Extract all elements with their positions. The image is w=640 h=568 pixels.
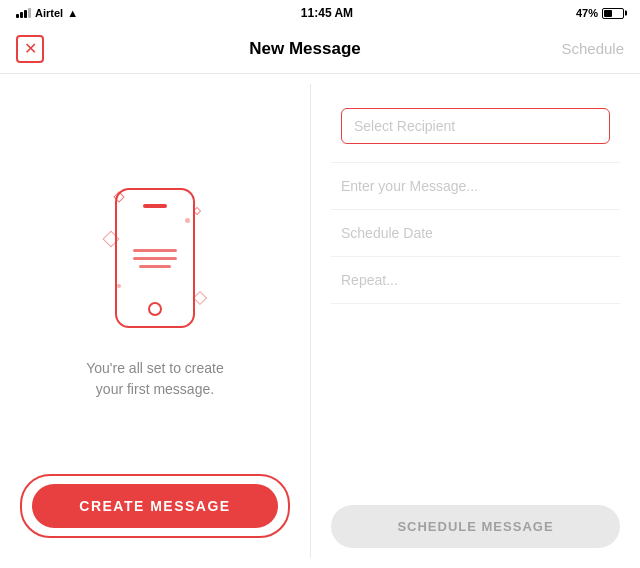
battery-icon xyxy=(602,8,624,19)
create-message-button[interactable]: CREATE MESSAGE xyxy=(32,484,278,528)
carrier-label: Airtel xyxy=(35,7,63,19)
close-button[interactable]: ✕ xyxy=(16,35,44,63)
main-layout: You're all set to create your first mess… xyxy=(0,74,640,568)
repeat-placeholder: Repeat... xyxy=(341,272,398,288)
create-button-wrapper: CREATE MESSAGE xyxy=(20,474,290,538)
nav-bar: ✕ New Message Schedule xyxy=(0,24,640,74)
message-field[interactable]: Enter your Message... xyxy=(331,163,620,210)
phone-body xyxy=(115,188,195,328)
spacer xyxy=(331,304,620,505)
nav-left: ✕ xyxy=(16,35,56,63)
status-bar: Airtel ▲ 11:45 AM 47% xyxy=(0,0,640,24)
right-panel: Select Recipient Enter your Message... S… xyxy=(311,74,640,568)
repeat-field[interactable]: Repeat... xyxy=(331,257,620,304)
close-icon: ✕ xyxy=(24,41,37,57)
message-placeholder: Enter your Message... xyxy=(341,178,478,194)
status-right: 47% xyxy=(576,7,624,19)
recipient-field[interactable]: Select Recipient xyxy=(331,94,620,163)
phone-home-button xyxy=(148,302,162,316)
phone-illustration xyxy=(95,178,215,338)
schedule-date-field[interactable]: Schedule Date xyxy=(331,210,620,257)
illustration-text: You're all set to create your first mess… xyxy=(86,358,224,400)
battery-percent: 47% xyxy=(576,7,598,19)
phone-line-2 xyxy=(133,257,177,260)
nav-title: New Message xyxy=(56,39,554,59)
left-panel: You're all set to create your first mess… xyxy=(0,74,310,568)
phone-speaker xyxy=(143,204,167,208)
illustration-area: You're all set to create your first mess… xyxy=(86,104,224,474)
status-time: 11:45 AM xyxy=(301,6,353,20)
recipient-placeholder: Select Recipient xyxy=(354,118,455,134)
decoration-diamond-4 xyxy=(193,291,207,305)
phone-line-3 xyxy=(139,265,171,268)
phone-line-1 xyxy=(133,249,177,252)
recipient-input-wrapper[interactable]: Select Recipient xyxy=(341,108,610,144)
wifi-icon: ▲ xyxy=(67,7,78,19)
signal-icon xyxy=(16,8,31,18)
schedule-tab[interactable]: Schedule xyxy=(554,40,624,57)
status-left: Airtel ▲ xyxy=(16,7,78,19)
schedule-date-placeholder: Schedule Date xyxy=(341,225,433,241)
schedule-message-button[interactable]: SCHEDULE MESSAGE xyxy=(331,505,620,548)
